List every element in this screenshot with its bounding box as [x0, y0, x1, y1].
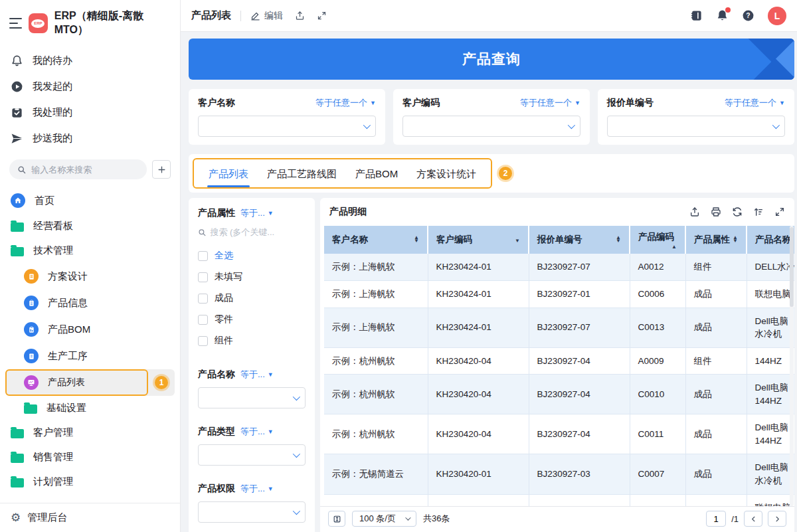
expand-icon — [774, 207, 785, 217]
quick-item-processed[interactable]: 我处理的 — [0, 100, 180, 126]
filter-operator-dropdown[interactable]: 等于任意一个▼ — [725, 97, 785, 109]
sidebar-search-row — [0, 154, 180, 186]
filter-operator-dropdown[interactable]: 等于...▼ — [240, 483, 274, 495]
chevron-down-icon — [293, 450, 300, 458]
table-row[interactable]: 示例：无锡简道云KH230420-01BJ230927-03C0007成品Del… — [324, 454, 794, 494]
table-row[interactable]: 示例：杭州帆软KH230420-04BJ230927-04C0010成品Dell… — [324, 375, 794, 414]
attribute-search[interactable] — [198, 227, 306, 237]
detail-header: 产品明细 — [320, 198, 794, 226]
nav-item-label: 销售管理 — [33, 451, 73, 464]
nav-item-label: 方案设计 — [48, 270, 88, 283]
checkbox-unfilled[interactable]: 未填写 — [198, 266, 306, 288]
column-header-code[interactable]: 客户编码▼ — [428, 226, 529, 254]
avatar[interactable]: L — [768, 7, 786, 25]
folder-icon — [11, 429, 24, 438]
fullscreen-button[interactable] — [317, 11, 327, 21]
share-button[interactable] — [295, 11, 305, 21]
prev-page-button[interactable] — [744, 511, 762, 527]
product-permission-select[interactable] — [198, 501, 306, 523]
edit-button[interactable]: 编辑 — [250, 10, 283, 22]
checkbox-part[interactable]: 零件 — [198, 309, 306, 330]
column-header-product[interactable]: 产品编码▲ — [630, 226, 685, 254]
table-row[interactable]: 示例：无锡简道云KH230420-01BJ230927-03C0008成品联想电… — [324, 494, 794, 506]
nav-item-tech-management[interactable]: 技术管理 — [5, 238, 175, 263]
sort-both-icon[interactable]: ▲▼ — [414, 236, 419, 242]
checkbox-component[interactable]: 组件 — [198, 330, 306, 351]
checkbox-select-all[interactable]: 全选 — [198, 245, 306, 266]
customer-name-select[interactable] — [198, 116, 376, 137]
table-header-row: 客户名称▲▼ 客户编码▼ 报价单编号▲▼ 产品编码▲ 产品属性▲▼ 产品名称 — [324, 226, 794, 254]
export-button[interactable] — [689, 207, 700, 217]
attribute-search-input[interactable] — [210, 227, 306, 237]
column-settings-button[interactable] — [328, 511, 345, 527]
column-header-customer[interactable]: 客户名称▲▼ — [324, 226, 428, 254]
page-number-input[interactable] — [706, 511, 726, 527]
nav-item-scheme-design[interactable]: 方案设计 — [5, 263, 175, 290]
print-button[interactable] — [711, 207, 721, 217]
nav-item-product-bom[interactable]: 产品BOM — [5, 316, 175, 343]
column-header-name[interactable]: 产品名称 — [747, 226, 794, 254]
add-button[interactable] — [152, 160, 171, 179]
sidebar-search-input[interactable] — [31, 165, 139, 175]
tab-process-route[interactable]: 产品工艺路线图 — [258, 160, 346, 187]
filter-operator-dropdown[interactable]: 等于...▼ — [240, 426, 274, 438]
filter-operator-dropdown[interactable]: 等于...▼ — [240, 369, 274, 381]
column-header-attr[interactable]: 产品属性▲▼ — [685, 226, 747, 254]
nav-item-product-info[interactable]: 产品信息 — [5, 290, 175, 316]
caret-down-icon: ▼ — [575, 100, 580, 106]
column-header-quote[interactable]: 报价单编号▲▼ — [529, 226, 630, 254]
tab-design-stats[interactable]: 方案设计统计 — [407, 160, 486, 187]
annotation-badge-2: 2 — [499, 167, 512, 180]
filter-operator-dropdown[interactable]: 等于...▼ — [240, 207, 274, 219]
nav-item-home[interactable]: 首页 — [5, 187, 175, 214]
sort-both-icon[interactable]: ▲▼ — [616, 236, 621, 242]
product-name-select[interactable] — [198, 387, 306, 408]
quick-item-initiated[interactable]: 我发起的 — [0, 74, 180, 100]
sort-up-icon[interactable]: ▲ — [671, 246, 677, 248]
vertical-scrollbar[interactable] — [790, 226, 794, 506]
help-button[interactable]: ? — [742, 9, 754, 22]
hamburger-menu-icon[interactable] — [9, 18, 22, 29]
sort-both-icon[interactable]: ▲▼ — [733, 236, 738, 242]
checkbox-finished[interactable]: 成品 — [198, 288, 306, 309]
admin-backend-item[interactable]: ⚙ 管理后台 — [0, 503, 180, 532]
refresh-button[interactable] — [732, 207, 743, 217]
nav-item-basic-settings[interactable]: 基础设置 — [5, 396, 175, 420]
quick-item-todo[interactable]: 我的待办 — [0, 48, 180, 74]
nav-item-product-list-active[interactable]: 产品列表 1 — [5, 369, 175, 396]
tab-product-bom[interactable]: 产品BOM — [346, 160, 407, 187]
sort-down-icon[interactable]: ▼ — [515, 236, 520, 242]
nav-item-sales-management[interactable]: 销售管理 — [5, 445, 175, 470]
chevron-down-icon — [363, 122, 371, 129]
next-page-button[interactable] — [768, 511, 786, 527]
filter-operator-dropdown[interactable]: 等于任意一个▼ — [315, 97, 376, 109]
table-row[interactable]: 示例：上海帆软KH230424-01BJ230927-01C0006成品联想电脑 — [324, 280, 794, 308]
table-row[interactable]: 示例：上海帆软KH230424-01BJ230927-07A0012组件DELL… — [324, 254, 794, 280]
journal-button[interactable] — [690, 9, 703, 22]
sidebar-search[interactable] — [9, 159, 147, 179]
table-row[interactable]: 示例：杭州帆软KH230420-04BJ230927-04C0011成品Dell… — [324, 414, 794, 454]
notification-dot — [725, 7, 731, 13]
nav-item-plan-management[interactable]: 计划管理 — [5, 470, 175, 494]
page-size-select[interactable]: 100 条/页 — [352, 511, 416, 527]
table-row[interactable]: 示例：杭州帆软KH230420-04BJ230927-04A0009组件144H… — [324, 347, 794, 375]
quote-number-select[interactable] — [607, 116, 785, 137]
nav-item-label: 产品列表 — [48, 377, 85, 389]
caret-down-icon: ▼ — [370, 100, 376, 106]
fullscreen-button[interactable] — [774, 207, 785, 217]
checkbox-icon — [198, 336, 208, 346]
tab-product-list[interactable]: 产品列表 — [199, 160, 258, 187]
product-type-select[interactable] — [198, 444, 306, 466]
nav-item-production-process[interactable]: 生产工序 — [5, 343, 175, 369]
sort-button[interactable] — [753, 207, 764, 217]
chevron-down-icon — [293, 393, 300, 400]
quick-item-cc[interactable]: 抄送我的 — [0, 126, 180, 151]
filter-operator-dropdown[interactable]: 等于任意一个▼ — [520, 97, 580, 109]
nav-item-business-board[interactable]: 经营看板 — [5, 214, 175, 238]
customer-code-select[interactable] — [402, 116, 580, 137]
notifications-button[interactable] — [716, 9, 729, 22]
nav-item-label: 计划管理 — [33, 476, 73, 488]
scrollbar-thumb[interactable] — [790, 227, 794, 307]
nav-item-customer-management[interactable]: 客户管理 — [5, 420, 175, 445]
table-row[interactable]: 示例：上海帆软KH230424-01BJ230927-07C0013成品Dell… — [324, 308, 794, 347]
